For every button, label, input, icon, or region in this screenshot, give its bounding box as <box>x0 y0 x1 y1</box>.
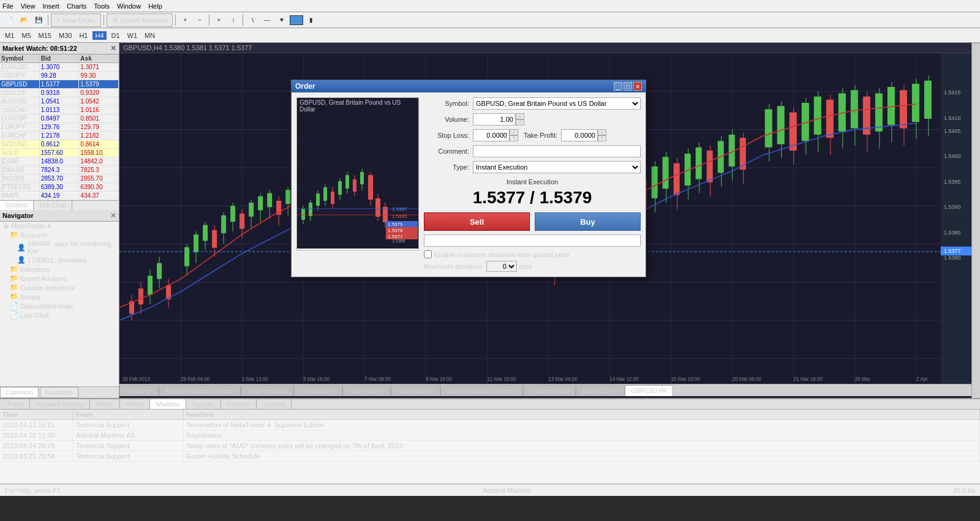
market-watch-row[interactable]: [NQ100] 2853.70 2855.70 <box>0 174 119 183</box>
volume-input[interactable] <box>473 113 516 126</box>
mail-row[interactable]: 2013.04.04 20:28 Technical Support Swap … <box>0 441 980 451</box>
market-watch-row[interactable]: EURCHF 1.2178 1.2182 <box>0 132 119 140</box>
market-watch-row[interactable]: USDJPY 99.28 99.30 <box>0 72 119 80</box>
market-watch-row[interactable]: [DJIA] 14838.0 14842.0 <box>0 157 119 166</box>
bottom-tab-journal[interactable]: Journal <box>257 399 292 409</box>
dialog-maximize[interactable]: □ <box>624 82 632 91</box>
sl-input[interactable] <box>473 129 510 141</box>
market-watch-row[interactable]: [DAX30] 7824.3 7825.3 <box>0 166 119 174</box>
tab-common[interactable]: Common <box>0 387 39 398</box>
nav-tree-item[interactable]: 📁Expert Advisors <box>0 274 119 283</box>
line-button[interactable]: ∖ <box>246 13 259 27</box>
tf-h4[interactable]: H4 <box>92 31 106 40</box>
tf-mn[interactable]: MN <box>142 31 157 40</box>
buy-button[interactable]: Buy <box>535 212 641 231</box>
tp-input[interactable] <box>561 129 598 141</box>
zoom-out-button[interactable]: − <box>193 13 206 27</box>
scroll-button[interactable]: ↕ <box>227 13 240 27</box>
color-button[interactable] <box>290 15 303 25</box>
symbol-select[interactable]: GBPUSD, Great Britain Pound vs US Dollar <box>473 97 641 110</box>
sl-up[interactable]: ▲ <box>510 129 518 135</box>
market-watch-row[interactable]: NZDUSD 0.8612 0.8614 <box>0 140 119 149</box>
sell-button[interactable]: Sell <box>424 212 530 231</box>
nav-tree-item[interactable]: 👤146468: used for monitoring Kor <box>0 239 119 255</box>
tab-tick-chart[interactable]: Tick Chart <box>34 201 72 210</box>
menu-insert[interactable]: Insert <box>42 2 59 10</box>
nav-tree-item[interactable]: 📁Scripts <box>0 292 119 301</box>
mw-symbol: #AAPL <box>0 192 40 200</box>
enable-deviation-checkbox[interactable] <box>424 250 432 258</box>
save-button[interactable]: 💾 <box>32 13 45 27</box>
bottom-tab-alerts[interactable]: Alerts <box>120 399 150 409</box>
tab-favorites[interactable]: Favorites <box>40 387 78 398</box>
menu-help[interactable]: Help <box>148 2 162 10</box>
market-watch-row[interactable]: EURUSD 1.3070 1.3071 <box>0 63 119 72</box>
nav-tree-item[interactable]: 📄Live Chat <box>0 310 119 320</box>
tf-m1[interactable]: M1 <box>2 31 17 40</box>
nav-tree-item[interactable]: 📁Custom Indicators <box>0 283 119 292</box>
nav-tree-item[interactable]: 👤1735831: Sneakers <box>0 255 119 264</box>
menu-file[interactable]: File <box>2 2 13 10</box>
dialog-minimize[interactable]: _ <box>614 82 622 91</box>
crosshair-button[interactable]: + <box>212 13 225 27</box>
type-select[interactable]: Instant Execution <box>473 161 641 173</box>
expert-advisors-button[interactable]: ⚙ Expert Advisors <box>107 13 173 27</box>
volume-down[interactable]: ▼ <box>516 119 524 126</box>
menu-window[interactable]: Window <box>117 2 141 10</box>
deviation-select[interactable]: 0 1 2 5 <box>486 261 517 272</box>
open-button[interactable]: 📂 <box>17 13 31 27</box>
volume-up[interactable]: ▲ <box>516 113 524 119</box>
tf-w1[interactable]: W1 <box>125 31 140 40</box>
side-tab-terminal[interactable]: Terminal <box>971 43 980 77</box>
nav-tree-item[interactable]: 📁Indicators <box>0 264 119 274</box>
bottom-tab-trade[interactable]: Trade <box>0 399 30 409</box>
hline-button[interactable]: — <box>260 13 274 27</box>
bottom-tab-news[interactable]: News <box>90 399 120 409</box>
comment-input[interactable] <box>473 145 641 157</box>
market-watch-row[interactable]: EURJPY 129.76 129.79 <box>0 123 119 132</box>
tab-symbols[interactable]: Symbols <box>0 201 34 210</box>
menu-charts[interactable]: Charts <box>67 2 86 10</box>
market-watch-row[interactable]: AUDUSD 1.0541 1.0542 <box>0 97 119 106</box>
market-watch-row[interactable]: EURGBP 0.8497 0.8501 <box>0 114 119 123</box>
main-toolbar: 📄 📂 💾 + New Order ⚙ Expert Advisors + − … <box>0 12 980 28</box>
mail-row[interactable]: 2013.04.11 15:21 Technical Support Termi… <box>0 420 980 430</box>
trade-comment-input[interactable] <box>424 234 641 247</box>
bottom-tab-signals[interactable]: Signals <box>186 399 221 409</box>
bottom-tab-mailbox[interactable]: Mailbox <box>150 399 186 409</box>
period-button[interactable]: ▼ <box>275 13 288 27</box>
tf-m15[interactable]: M15 <box>36 31 54 40</box>
tf-d1[interactable]: D1 <box>109 31 123 40</box>
tp-down[interactable]: ▼ <box>598 135 606 141</box>
market-watch-close[interactable]: ✕ <box>110 44 116 53</box>
mail-row[interactable]: 2013.04.10 11:00 Admiral Markets AS Regi… <box>0 430 980 441</box>
tp-up[interactable]: ▲ <box>598 129 606 135</box>
dialog-controls: _ □ ✕ <box>614 82 642 91</box>
menu-view[interactable]: View <box>21 2 36 10</box>
market-watch-row[interactable]: #AAPL 434.19 434.37 <box>0 192 119 200</box>
menu-tools[interactable]: Tools <box>94 2 110 10</box>
nav-tree-item[interactable]: 📄Deposit/Withdraw <box>0 301 119 310</box>
dialog-close[interactable]: ✕ <box>633 82 642 91</box>
sl-down[interactable]: ▼ <box>510 135 518 141</box>
navigator-close[interactable]: ✕ <box>110 211 116 220</box>
bottom-tab-experts[interactable]: Experts <box>221 399 257 409</box>
candle-button[interactable]: ▮ <box>304 13 318 27</box>
market-watch-row[interactable]: USDCAD 1.0113 1.0116 <box>0 106 119 114</box>
mw-bid: 129.76 <box>40 123 80 131</box>
market-watch-row[interactable]: USDCHF 0.9318 0.9320 <box>0 89 119 97</box>
tf-m30[interactable]: M30 <box>56 31 74 40</box>
new-order-button[interactable]: + New Order <box>51 13 101 27</box>
market-watch-row[interactable]: GBPUSD 1.5377 1.5379 <box>0 80 119 89</box>
tf-h1[interactable]: H1 <box>77 31 90 40</box>
market-watch-row[interactable]: GOLD 1557.60 1558.10 <box>0 149 119 157</box>
nav-tree-item[interactable]: 📁Accounts <box>0 230 119 239</box>
zoom-in-button[interactable]: + <box>178 13 192 27</box>
trade-buttons: Sell Buy <box>424 212 641 231</box>
bottom-tab-account-history[interactable]: Account History <box>30 399 90 409</box>
tf-m5[interactable]: M5 <box>19 31 33 40</box>
new-button[interactable]: 📄 <box>2 13 16 27</box>
mail-row[interactable]: 2013.03.25 20:54 Technical Support Easte… <box>0 451 980 462</box>
nav-tree-item[interactable]: 🖥MetaTrader 4 <box>0 222 119 230</box>
market-watch-row[interactable]: [FTSE100] 6389.30 6390.30 <box>0 183 119 192</box>
